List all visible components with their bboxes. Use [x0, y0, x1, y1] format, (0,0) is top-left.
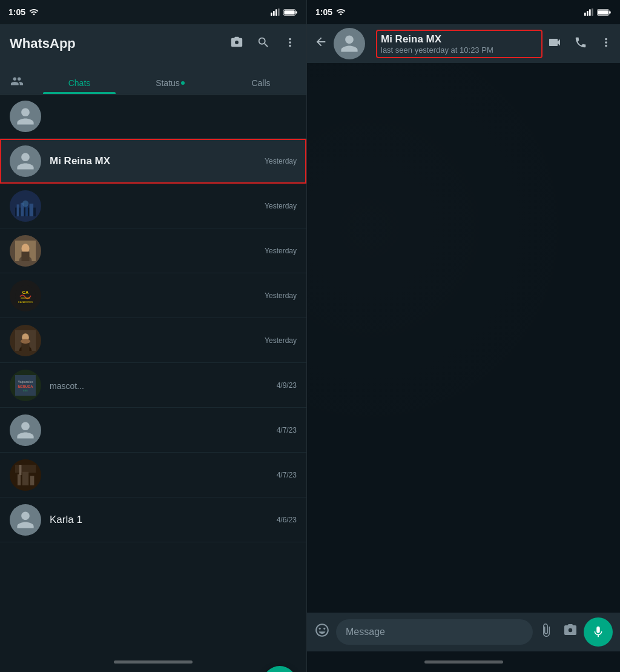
chat-time: 4/7/23 — [277, 471, 297, 479]
message-placeholder: Message — [346, 627, 385, 637]
svg-rect-36 — [584, 13, 586, 16]
svg-text:CA: CA — [22, 290, 28, 295]
input-right-icons — [539, 623, 578, 641]
avatar — [10, 145, 41, 177]
svg-rect-0 — [271, 13, 272, 16]
svg-rect-35 — [19, 465, 22, 475]
call-button[interactable] — [574, 36, 587, 52]
svg-point-13 — [22, 200, 28, 206]
chat-time: 4/7/23 — [277, 426, 297, 434]
chat-meta: Yesterday — [260, 202, 297, 210]
search-icon[interactable] — [257, 36, 270, 52]
tab-calls[interactable]: Calls — [216, 78, 306, 94]
svg-rect-11 — [25, 205, 28, 216]
svg-rect-17 — [21, 251, 29, 261]
app-header: WhatsApp — [0, 24, 306, 63]
tabs-row: Chats Status Calls — [0, 63, 306, 95]
chat-header-actions — [547, 35, 613, 53]
contact-name: Mi Reina MX — [381, 33, 538, 45]
tab-chats[interactable]: Chats — [34, 78, 125, 94]
message-input-box[interactable]: Message — [336, 619, 533, 645]
back-button[interactable] — [314, 35, 328, 52]
emoji-button[interactable] — [314, 622, 330, 642]
avatar — [10, 459, 41, 491]
chat-header: Mi Reina MX last seen yesterday at 10:23… — [307, 24, 620, 63]
list-item[interactable]: 4/7/23 — [0, 453, 306, 497]
right-panel: 1:05 — [307, 0, 620, 672]
app-title: WhatsApp — [10, 36, 76, 52]
contact-avatar — [334, 28, 365, 59]
chat-preview: mascot... — [50, 381, 260, 391]
right-menu-icon[interactable] — [599, 36, 613, 52]
list-item[interactable]: Yesterday — [0, 228, 306, 273]
svg-rect-6 — [284, 10, 294, 15]
chat-meta: 4/6/23 — [260, 516, 297, 524]
right-nav-bar — [307, 651, 620, 672]
chat-list: Mi Reina MX Yesterday Ye — [0, 95, 306, 651]
avatar: Valparaíso NERUDA ≡≡≡ — [10, 370, 41, 401]
tab-community[interactable] — [0, 75, 34, 94]
chat-time: Yesterday — [265, 291, 297, 300]
list-item[interactable]: 4/7/23 — [0, 408, 306, 453]
chat-body — [307, 63, 620, 613]
chat-meta: 4/7/23 — [260, 471, 297, 479]
video-call-button[interactable] — [547, 35, 562, 53]
chat-meta: Yesterday — [260, 336, 297, 345]
chat-time: Yesterday — [265, 202, 297, 210]
list-item-karla[interactable]: Karla 1 4/6/23 — [0, 497, 306, 542]
svg-rect-2 — [275, 9, 277, 16]
right-battery-icon — [597, 8, 612, 16]
contact-header-info[interactable]: Mi Reina MX last seen yesterday at 10:23… — [377, 31, 541, 57]
avatar — [10, 190, 41, 222]
camera-input-button[interactable] — [563, 623, 578, 641]
list-item-neruda[interactable]: Valparaíso NERUDA ≡≡≡ mascot... 4/9/23 — [0, 363, 306, 408]
attach-button[interactable] — [539, 623, 553, 641]
chat-time: Yesterday — [265, 336, 297, 345]
svg-rect-12 — [30, 204, 34, 216]
svg-rect-34 — [30, 476, 35, 485]
chat-meta: Yesterday — [260, 157, 297, 165]
right-home-indicator — [424, 660, 503, 664]
chat-info: Karla 1 — [50, 514, 260, 526]
home-indicator — [114, 660, 193, 664]
tab-chats-label: Chats — [68, 78, 91, 88]
tab-status[interactable]: Status — [125, 78, 216, 94]
battery-icon — [283, 8, 298, 16]
svg-rect-41 — [609, 11, 611, 13]
left-nav-bar — [0, 651, 306, 672]
chat-meta: 4/9/23 — [260, 381, 297, 390]
svg-rect-42 — [598, 10, 608, 15]
list-item[interactable]: CA CAZADORES Yesterday — [0, 273, 306, 318]
list-item-mi-reina[interactable]: Mi Reina MX Yesterday — [0, 139, 306, 184]
svg-rect-38 — [589, 9, 591, 16]
chat-info: mascot... — [50, 380, 260, 391]
svg-rect-32 — [18, 474, 21, 485]
mic-button[interactable] — [584, 617, 613, 647]
svg-rect-39 — [592, 8, 593, 16]
right-status-icons — [584, 8, 612, 16]
chat-time: Yesterday — [265, 247, 297, 255]
chat-meta: 4/7/23 — [260, 426, 297, 434]
svg-rect-3 — [278, 8, 280, 16]
left-status-bar: 1:05 — [0, 0, 306, 24]
svg-point-25 — [21, 339, 30, 344]
chat-name: Mi Reina MX — [50, 155, 260, 167]
right-signal-icon — [584, 8, 594, 16]
svg-text:CAZADORES: CAZADORES — [18, 300, 33, 303]
tab-status-label: Status — [156, 78, 180, 88]
left-panel: 1:05 WhatsApp — [0, 0, 307, 672]
svg-text:NERUDA: NERUDA — [18, 384, 33, 388]
wifi-icon — [29, 7, 39, 17]
signal-icon — [271, 8, 280, 16]
menu-icon[interactable] — [283, 36, 297, 52]
message-input-row: Message — [307, 613, 620, 651]
list-item[interactable]: Yesterday — [0, 318, 306, 363]
list-item[interactable] — [0, 95, 306, 139]
chat-time: 4/6/23 — [277, 516, 297, 524]
svg-text:Valparaíso: Valparaíso — [18, 380, 33, 384]
avatar: CA CAZADORES — [10, 280, 41, 311]
list-item[interactable]: Yesterday — [0, 184, 306, 228]
right-status-bar: 1:05 — [307, 0, 620, 24]
camera-icon[interactable] — [230, 36, 243, 52]
svg-rect-1 — [273, 11, 275, 16]
